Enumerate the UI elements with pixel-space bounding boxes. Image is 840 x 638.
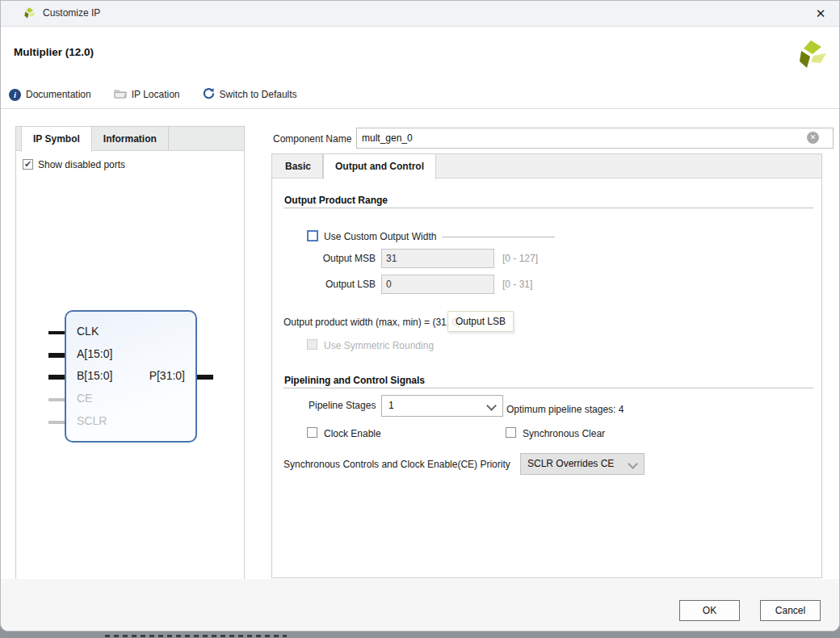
ok-button[interactable]: OK xyxy=(679,600,740,621)
tab-ip-symbol[interactable]: IP Symbol xyxy=(21,127,92,152)
priority-value: SCLR Overrides CE xyxy=(527,458,614,469)
switch-to-defaults-label: Switch to Defaults xyxy=(220,89,297,100)
xilinx-logo-icon xyxy=(795,38,827,73)
ip-symbol-panel: IP SymbolInformation ✔ Show disabled por… xyxy=(15,126,245,580)
port-label-b: B[15:0] xyxy=(77,369,112,382)
section-output-product-range: Output Product Range xyxy=(284,195,388,206)
output-product-width-text: Output product width (max, min) = (31, 0… xyxy=(284,317,460,328)
tab-output-and-control[interactable]: Output and Control xyxy=(323,154,436,179)
dialog-footer: OK Cancel xyxy=(1,579,839,631)
ip-location-button[interactable]: IP Location xyxy=(112,86,182,103)
clock-enable-checkbox[interactable] xyxy=(307,427,317,438)
component-name-label: Component Name xyxy=(273,133,351,145)
taskbar-artifact xyxy=(105,635,287,637)
a-port-stub xyxy=(48,353,65,358)
ip-symbol-diagram: CLK A[15:0] B[15:0] CE SCLR P[31:0] xyxy=(65,310,197,443)
page-title: Multiplier (12.0) xyxy=(14,46,94,58)
p-port-stub xyxy=(196,375,213,380)
customize-ip-dialog: Customize IP ✕ Multiplier (12.0) i Docum… xyxy=(0,0,840,632)
show-disabled-ports-checkbox[interactable]: ✔ xyxy=(23,159,33,170)
output-msb-range: [0 - 127] xyxy=(502,253,538,264)
ip-location-label: IP Location xyxy=(132,89,180,100)
close-icon[interactable]: ✕ xyxy=(812,5,830,23)
use-symmetric-rounding-checkbox xyxy=(307,339,317,350)
left-tabstrip: IP SymbolInformation xyxy=(16,127,244,151)
priority-dropdown: SCLR Overrides CE xyxy=(520,453,645,475)
use-symmetric-rounding-label: Use Symmetric Rounding xyxy=(324,340,434,351)
width-text-prefix: Output product width (max, min) = xyxy=(284,317,432,328)
toolbar: i Documentation IP Location xyxy=(7,85,299,104)
output-msb-label: Output MSB xyxy=(304,253,376,264)
sclr-port-stub xyxy=(48,421,65,424)
documentation-button[interactable]: i Documentation xyxy=(7,86,93,103)
ce-port-stub xyxy=(48,398,65,401)
documentation-label: Documentation xyxy=(26,89,91,100)
output-lsb-range: [0 - 31] xyxy=(502,279,532,290)
desktop-background: Customize IP ✕ Multiplier (12.0) i Docum… xyxy=(0,0,840,638)
port-label-p: P[31:0] xyxy=(149,369,185,382)
title-bar: Customize IP ✕ xyxy=(1,1,839,27)
clk-port-stub xyxy=(48,331,65,334)
output-lsb-label: Output LSB xyxy=(304,279,376,290)
port-label-ce: CE xyxy=(77,392,92,405)
use-custom-output-width-checkbox[interactable] xyxy=(307,230,318,241)
main-tabstrip: BasicOutput and Control xyxy=(272,154,821,178)
section-rule xyxy=(284,208,813,208)
clear-input-icon[interactable]: ✕ xyxy=(807,132,819,144)
output-lsb-input xyxy=(381,275,494,294)
tab-information[interactable]: Information xyxy=(92,127,169,151)
section-pipelining: Pipelining and Control Signals xyxy=(284,375,425,386)
info-icon: i xyxy=(9,89,21,101)
output-lsb-tooltip: Output LSB xyxy=(447,311,514,332)
pipeline-stages-value: 1 xyxy=(388,400,394,411)
label-underline xyxy=(442,237,555,237)
tab-basic[interactable]: Basic xyxy=(274,154,323,178)
toolbar-separator xyxy=(1,108,839,109)
synchronous-clear-checkbox[interactable] xyxy=(506,427,516,438)
clock-enable-label: Clock Enable xyxy=(324,428,381,439)
port-label-sclr: SCLR xyxy=(77,414,107,427)
section-rule xyxy=(284,388,813,388)
cancel-button[interactable]: Cancel xyxy=(760,600,821,621)
optimum-pipeline-text: Optimum pipeline stages: 4 xyxy=(506,404,624,415)
configuration-panel: BasicOutput and Control Output Product R… xyxy=(271,153,822,578)
folder-icon xyxy=(114,88,127,101)
synchronous-clear-label: Synchronous Clear xyxy=(523,428,605,439)
window-title: Customize IP xyxy=(43,1,100,26)
xilinx-logo-icon xyxy=(23,6,36,23)
component-name-input[interactable] xyxy=(356,128,834,149)
chevron-down-icon xyxy=(628,459,638,469)
pipeline-stages-dropdown[interactable]: 1 xyxy=(381,395,503,417)
show-disabled-ports-label: Show disabled ports xyxy=(38,159,125,170)
pipeline-stages-label: Pipeline Stages xyxy=(309,400,376,411)
switch-to-defaults-button[interactable]: Switch to Defaults xyxy=(201,85,299,104)
b-port-stub xyxy=(48,375,65,380)
use-custom-output-width-label: Use Custom Output Width xyxy=(324,231,436,242)
output-msb-input xyxy=(381,249,494,268)
refresh-icon xyxy=(203,87,215,102)
priority-label: Synchronous Controls and Clock Enable(CE… xyxy=(284,459,510,470)
port-label-clk: CLK xyxy=(77,325,99,338)
port-label-a: A[15:0] xyxy=(77,347,112,360)
chevron-down-icon xyxy=(486,401,497,411)
